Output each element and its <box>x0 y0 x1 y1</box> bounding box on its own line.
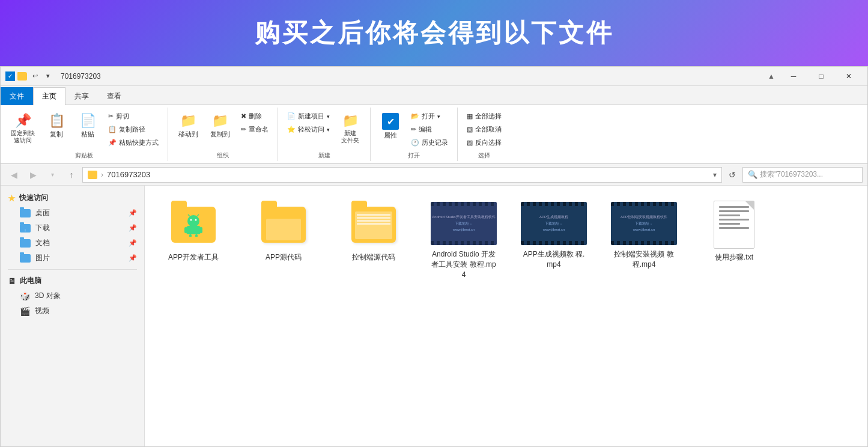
file-name-android-video: Android Studio 开发者工具安装 教程.mp4 <box>430 249 497 279</box>
file-name-control-source: 控制端源代码 <box>352 252 395 263</box>
paste-label: 粘贴 <box>81 130 94 139</box>
easy-access-button[interactable]: ⭐ 轻松访问 ▾ <box>283 123 334 136</box>
pin-to-quick-access-button[interactable]: 📌 固定到快速访问 <box>5 110 40 147</box>
sidebar-this-pc-header[interactable]: 🖥 此电脑 <box>1 273 144 288</box>
quick-access-toolbar: ✓ ↩ ▾ <box>5 71 53 82</box>
new-item-icon: 📄 <box>287 112 296 120</box>
maximize-button[interactable]: □ <box>807 67 835 86</box>
close-button[interactable]: ✕ <box>835 67 863 86</box>
sidebar-item-downloads[interactable]: ↓ 下载 📌 <box>1 220 144 236</box>
file-name-control-video: 控制端安装视频 教程.mp4 <box>610 249 678 270</box>
ribbon-group-new: 📄 新建项目 ▾ ⭐ 轻松访问 ▾ 📁 新建文件夹 新建 <box>278 108 371 161</box>
cut-button[interactable]: ✂ 剪切 <box>104 110 163 123</box>
list-item[interactable]: APP开发者工具 <box>154 195 232 285</box>
address-folder-icon <box>88 171 97 179</box>
sidebar-item-desktop[interactable]: 桌面 📌 <box>1 205 144 220</box>
properties-button[interactable]: ✔ 属性 <box>375 110 405 143</box>
rename-button[interactable]: ✏ 重命名 <box>237 123 273 136</box>
tab-home[interactable]: 主页 <box>33 87 65 105</box>
video-thumb-app: APP生成视频教程 下载地址： www.jibeat.cn <box>521 202 587 245</box>
qa-folder-icon[interactable] <box>17 72 27 81</box>
history-button[interactable]: 🕐 历史记录 <box>407 136 452 149</box>
list-item[interactable]: 控制端源代码 <box>335 195 413 285</box>
edit-button[interactable]: ✏ 编辑 <box>407 123 452 136</box>
invert-selection-button[interactable]: ▨ 反向选择 <box>463 136 506 149</box>
sidebar-item-pictures[interactable]: 图片 📌 <box>1 251 144 266</box>
new-folder-button[interactable]: 📁 新建文件夹 <box>335 110 365 147</box>
address-bar[interactable]: › 7016973203 ▾ <box>82 167 722 183</box>
copy-label: 复制 <box>50 130 63 139</box>
file-name-txt: 使用步骤.txt <box>715 252 753 263</box>
file-area: APP开发者工具 APP源代码 <box>145 186 867 446</box>
svg-point-0 <box>187 215 199 227</box>
open-button[interactable]: 📂 打开 ▾ <box>407 110 452 123</box>
svg-rect-7 <box>200 227 202 233</box>
minimize-button[interactable]: ─ <box>780 67 807 86</box>
new-folder-icon: 📁 <box>342 113 359 129</box>
select-all-icon: ▦ <box>467 112 473 120</box>
list-item[interactable]: APP控制端安装视频教程软件 下载地址： www.jibeat.cn 控制端安装… <box>605 195 683 285</box>
file-name-app-video: APP生成视频教 程.mp4 <box>520 249 587 270</box>
tab-file[interactable]: 文件 <box>1 87 33 105</box>
qa-undo-button[interactable]: ↩ <box>29 71 40 82</box>
list-item[interactable]: APP源代码 <box>244 195 323 285</box>
delete-button[interactable]: ✖ 删除 <box>237 110 273 123</box>
select-label: 选择 <box>461 150 507 161</box>
nav-dropdown-button[interactable]: ▾ <box>44 166 61 183</box>
search-placeholder: 搜索"7016973203... <box>760 169 823 180</box>
address-dropdown-icon[interactable]: ▾ <box>713 171 717 179</box>
new-content: 📄 新建项目 ▾ ⭐ 轻松访问 ▾ 📁 新建文件夹 <box>282 108 366 150</box>
desktop-pin-icon: 📌 <box>129 209 137 217</box>
paste-button[interactable]: 📄 粘贴 <box>73 110 103 142</box>
list-item[interactable]: APP生成视频教程 下载地址： www.jibeat.cn APP生成视频教 程… <box>515 195 593 285</box>
paste-icon: 📄 <box>80 113 96 129</box>
move-to-button[interactable]: 📁 移动到 <box>173 110 204 142</box>
pin-label: 固定到快速访问 <box>11 130 35 144</box>
desktop-folder-icon <box>20 209 31 217</box>
main-content: ★ 快速访问 桌面 📌 ↓ 下载 📌 文档 � <box>1 186 867 446</box>
sidebar-item-3d-objects[interactable]: 🎲 3D 对象 <box>1 288 144 303</box>
svg-rect-9 <box>195 234 198 237</box>
nav-forward-button[interactable]: ▶ <box>25 166 41 183</box>
select-none-button[interactable]: ▧ 全部取消 <box>463 123 506 136</box>
list-item[interactable]: Android Studio开发者工具安装教程软件 下载地址： www.jibe… <box>425 195 503 285</box>
copy-to-button[interactable]: 📁 复制到 <box>205 110 235 142</box>
copy-path-button[interactable]: 📋 复制路径 <box>104 123 163 136</box>
tab-view[interactable]: 查看 <box>98 87 130 105</box>
new-item-button[interactable]: 📄 新建项目 ▾ <box>283 110 334 123</box>
nav-back-button[interactable]: ◀ <box>5 166 22 183</box>
file-icon-control-video: APP控制端安装视频教程软件 下载地址： www.jibeat.cn <box>611 201 677 246</box>
sidebar-item-videos[interactable]: 🎬 视频 <box>1 303 144 318</box>
video-thumb-control: APP控制端安装视频教程软件 下载地址： www.jibeat.cn <box>611 202 677 245</box>
scissors-icon: ✂ <box>108 112 114 120</box>
nav-refresh-button[interactable]: ↺ <box>724 167 740 183</box>
qa-check-icon[interactable]: ✓ <box>5 71 15 81</box>
list-item[interactable]: 使用步骤.txt <box>695 195 773 285</box>
txt-file-icon <box>714 201 754 249</box>
select-all-button[interactable]: ▦ 全部选择 <box>463 110 506 123</box>
sidebar-item-documents[interactable]: 文档 📌 <box>1 236 144 251</box>
search-bar[interactable]: 🔍 搜索"7016973203... <box>742 167 863 183</box>
3d-icon: 🎲 <box>20 291 30 301</box>
title-bar-controls: ─ □ ✕ <box>780 67 863 86</box>
easy-access-icon: ⭐ <box>287 126 296 133</box>
title-bar: ✓ ↩ ▾ 7016973203 ▲ ─ □ ✕ <box>1 67 867 86</box>
nav-up-button[interactable]: ↑ <box>63 166 80 183</box>
ribbon-expand-btn[interactable]: ▲ <box>765 70 777 83</box>
open-label: 打开 <box>374 150 454 161</box>
qa-dropdown-button[interactable]: ▾ <box>43 71 53 82</box>
svg-rect-8 <box>189 234 192 237</box>
quick-access-label: 快速访问 <box>19 193 48 203</box>
file-name-app-dev: APP开发者工具 <box>168 252 219 263</box>
copy-large-button[interactable]: 📋 复制 <box>41 110 71 142</box>
file-icon-android-video: Android Studio开发者工具安装教程软件 下载地址： www.jibe… <box>431 201 497 246</box>
search-icon: 🔍 <box>748 170 757 179</box>
svg-rect-6 <box>184 227 187 233</box>
select-none-icon: ▧ <box>467 126 473 133</box>
paste-shortcut-button[interactable]: 📌 粘贴快捷方式 <box>104 136 163 149</box>
sidebar-quick-access-header[interactable]: ★ 快速访问 <box>1 190 144 205</box>
clipboard-small-group: ✂ 剪切 📋 复制路径 📌 粘贴快捷方式 <box>104 110 163 149</box>
ribbon-tabs: 文件 主页 共享 查看 <box>1 86 867 105</box>
tab-share[interactable]: 共享 <box>65 87 98 105</box>
select-content: ▦ 全部选择 ▧ 全部取消 ▨ 反向选择 <box>461 108 507 150</box>
